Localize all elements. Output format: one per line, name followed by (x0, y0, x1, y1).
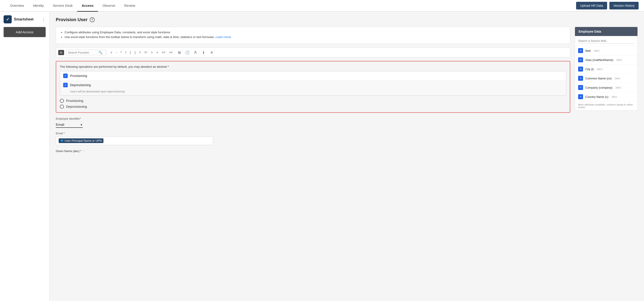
radio-deprovisioning[interactable] (60, 105, 64, 109)
radio-provisioning-inner (61, 100, 63, 102)
email-token-text: User Principal Name or UPN (64, 139, 102, 142)
nav-tab-service-desk[interactable]: Service Desk (48, 0, 77, 12)
employee-data-item-country[interactable]: ✎ Country Name (c) (abc) (575, 92, 638, 101)
search-function-wrapper: 🔍 (66, 50, 106, 55)
employee-data-item-mail[interactable]: ✎ Mail (abc) (575, 46, 638, 55)
op-open-paren[interactable]: ( (129, 50, 132, 55)
radio-deprovisioning-label: Deprovisioning (66, 105, 87, 108)
data-item-icon-city: ✎ (578, 67, 583, 72)
add-access-button[interactable]: Add Access (4, 27, 46, 37)
nav-tab-review[interactable]: Review (120, 0, 140, 12)
provisioning-check-mark: ✓ (64, 74, 66, 77)
data-item-type-common-name: (abc) (615, 77, 620, 80)
radio-row-provisioning: Provisioning (60, 99, 566, 103)
search-function-input[interactable] (68, 51, 97, 54)
deprovisioning-sublabel: Users will be deactivated upon deprovisi… (70, 90, 126, 93)
employee-identifier-section: Employee Identifier* Email ▼ (56, 117, 570, 128)
email-input-wrapper[interactable]: 🔷 User Principal Name or UPN (56, 136, 213, 145)
brand-icon: ✓ (4, 15, 12, 24)
data-item-icon-common-name: ✎ (578, 76, 583, 81)
email-label: Email * (56, 132, 570, 135)
provisioning-checkbox-inner: ✓ Provisioning (63, 74, 87, 78)
data-item-name-company: Company (company) (585, 86, 612, 89)
info-bullet-1: Configure attributes using Employee Data… (64, 31, 566, 34)
info-bullet-2: Use excel-style functions from the toolb… (64, 35, 566, 39)
nav-tabs: Overview Identity Service Desk Access Ob… (6, 0, 140, 11)
employee-data-header: Employee Data (575, 27, 638, 36)
page-title: Provision User (56, 17, 88, 22)
deprovisioning-check-mark: ✓ (64, 84, 66, 87)
table-icon[interactable]: ⊞ (176, 49, 182, 56)
data-item-type-company: (abc) (616, 86, 621, 89)
formula-toolbar: fx 🔍 + - * / ( ) = != > (56, 48, 570, 57)
data-item-name-alias: Alias (mailNickName) (585, 58, 613, 62)
clock-icon[interactable]: 🕐 (184, 49, 191, 56)
data-item-icon-mail: ✎ (578, 48, 583, 53)
nav-tab-observe[interactable]: Observe (98, 0, 120, 12)
radio-deprovisioning-inner (61, 106, 63, 108)
nav-tab-identity[interactable]: Identity (28, 0, 48, 12)
radio-provisioning-label: Provisioning (66, 99, 83, 103)
layout: ✓ Smartsheet ⋮ Add Access Provision User… (0, 12, 644, 301)
op-not-equals[interactable]: != (144, 50, 148, 55)
radio-provisioning[interactable] (60, 99, 64, 103)
data-item-icon-company: ✎ (578, 85, 583, 90)
data-item-type-country: (abc) (612, 95, 617, 98)
op-lte[interactable]: <= (161, 50, 166, 55)
provisioning-checkbox[interactable]: ✓ (63, 74, 68, 78)
employee-data-item-company[interactable]: ✎ Company (company) (abc) (575, 83, 638, 92)
sidebar-brand: ✓ Smartsheet (4, 15, 34, 24)
employee-data-search-input[interactable] (578, 38, 634, 44)
given-name-colon: : (84, 149, 84, 153)
data-item-name-city: City (l) (585, 68, 594, 71)
deprovisioning-checkbox[interactable]: ✓ (63, 83, 68, 87)
op-less[interactable]: < (156, 50, 159, 55)
employee-identifier-select-wrapper: Email ▼ (56, 122, 83, 128)
op-close-paren[interactable]: ) (134, 50, 136, 55)
version-history-button[interactable]: Version History (609, 2, 638, 10)
employee-data-item-alias[interactable]: ✎ Alias (mailNickName) (abc) (575, 55, 638, 65)
op-multiply[interactable]: * (120, 50, 122, 55)
employee-identifier-select[interactable]: Email (56, 122, 83, 128)
radio-options: Provisioning Deprovisioning (60, 99, 566, 109)
brand-name: Smartsheet (14, 17, 34, 21)
data-item-name-mail: Mail (585, 49, 591, 52)
nav-actions: Upload HR Data Version History (576, 2, 638, 10)
learn-more-link[interactable]: Learn more (216, 35, 231, 39)
employee-identifier-label: Employee Identifier* (56, 117, 570, 120)
upload-hr-data-button[interactable]: Upload HR Data (576, 2, 607, 10)
op-plus[interactable]: + (110, 50, 113, 55)
employee-data-search (575, 36, 638, 46)
email-token-icon: 🔷 (60, 139, 64, 142)
sidebar-menu-icon[interactable]: ⋮ (42, 17, 46, 22)
op-greater[interactable]: > (150, 50, 154, 55)
top-nav: Overview Identity Service Desk Access Ob… (0, 0, 644, 12)
search-function-icon: 🔍 (98, 51, 102, 54)
nav-tab-overview[interactable]: Overview (6, 0, 28, 12)
data-item-type-mail: (abc) (594, 49, 600, 52)
info-icon[interactable]: ℹ (200, 49, 207, 56)
nav-tab-access[interactable]: Access (77, 0, 98, 12)
email-input-field[interactable] (105, 139, 210, 142)
sidebar: ✓ Smartsheet ⋮ Add Access (0, 12, 50, 301)
settings-icon[interactable]: ✳ (208, 49, 215, 56)
given-name-row: Given Name (abc) * : (56, 149, 570, 153)
data-item-icon-alias: ✎ (578, 57, 583, 62)
text-icon[interactable]: A (192, 49, 199, 56)
op-minus[interactable]: - (115, 50, 118, 55)
data-item-type-city: (abc) (597, 68, 603, 70)
sidebar-header: ✓ Smartsheet ⋮ (4, 15, 46, 24)
given-name-section: Given Name (abc) * : (56, 149, 570, 153)
provisioning-checkbox-row: ✓ Provisioning (60, 71, 566, 81)
op-divide[interactable]: / (124, 50, 127, 55)
employee-data-item-city[interactable]: ✎ City (l) (abc) (575, 65, 638, 74)
email-token: 🔷 User Principal Name or UPN (59, 138, 104, 143)
op-equals[interactable]: = (138, 50, 142, 55)
content-with-panel: Configure attributes using Employee Data… (56, 27, 638, 157)
help-icon[interactable]: ? (90, 17, 95, 22)
op-gte[interactable]: >= (168, 50, 174, 55)
toolbar-operators: + - * / ( ) = != > < <= >= (110, 50, 174, 55)
data-item-type-alias: (abc) (616, 59, 622, 61)
employee-data-item-common-name[interactable]: ✎ Common Name (cn) (abc) (575, 74, 638, 83)
data-item-name-common-name: Common Name (cn) (585, 77, 612, 80)
